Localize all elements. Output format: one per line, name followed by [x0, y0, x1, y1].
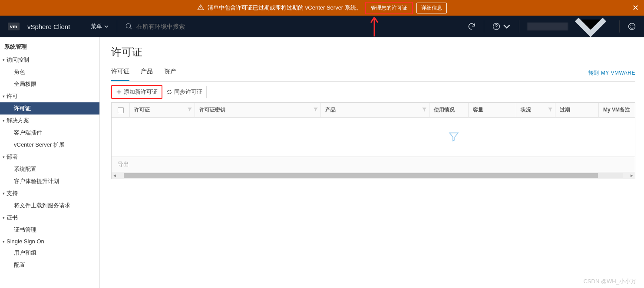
sidebar-group-deploy[interactable]: 部署	[0, 151, 99, 163]
manage-licenses-button[interactable]: 管理您的许可证	[365, 2, 413, 14]
search-input[interactable]	[136, 23, 267, 30]
table-header: 许可证 许可证密钥 产品 使用情况 容量 状况 过期 My VM备注	[112, 103, 635, 118]
filter-icon[interactable]	[314, 107, 318, 113]
sidebar-group-cert[interactable]: 证书	[0, 212, 99, 224]
menu-dropdown[interactable]: 菜单	[91, 23, 109, 30]
tab-products[interactable]: 产品	[141, 65, 153, 81]
search-icon	[125, 23, 133, 30]
filter-icon[interactable]	[422, 107, 426, 113]
app-header: vm vSphere Client 菜单	[0, 16, 644, 37]
scroll-track[interactable]	[124, 173, 623, 178]
sidebar-item-client-plugins[interactable]: 客户端插件	[0, 127, 99, 139]
svg-point-0	[126, 23, 131, 28]
sidebar-item-global-perm[interactable]: 全局权限	[0, 78, 99, 90]
col-status[interactable]: 状况	[516, 103, 555, 117]
select-all-cell[interactable]	[112, 103, 130, 117]
vmware-logo: vm	[8, 23, 20, 30]
col-note[interactable]: My VM备注	[599, 103, 635, 117]
scroll-left-arrow[interactable]: ◄	[112, 173, 118, 178]
watermark: CSDN @WH_小小万	[583, 278, 636, 285]
global-search[interactable]	[125, 23, 299, 30]
sidebar-item-users-groups[interactable]: 用户和组	[0, 247, 99, 259]
svg-point-3	[631, 26, 631, 26]
details-button[interactable]: 详细信息	[416, 3, 447, 13]
main-content: 许可证 许可证 产品 资产 转到 MY VMWARE 添加新许可证 同步许可证 …	[100, 37, 644, 288]
filter-icon[interactable]	[188, 107, 192, 113]
chevron-down-icon	[502, 22, 511, 31]
divider	[484, 20, 484, 33]
smiley-button[interactable]	[627, 22, 636, 31]
license-table: 许可证 许可证密钥 产品 使用情况 容量 状况 过期 My VM备注 导出 ◄	[111, 102, 635, 179]
sidebar-heading: 系统管理	[0, 40, 99, 54]
close-warning-button[interactable]: ✕	[632, 3, 639, 13]
sidebar-item-upload-sr[interactable]: 将文件上载到服务请求	[0, 200, 99, 212]
scroll-thumb[interactable]	[124, 173, 598, 178]
sync-licenses-button[interactable]: 同步许可证	[162, 86, 207, 98]
tab-assets[interactable]: 资产	[164, 65, 176, 81]
sidebar-item-cert-mgmt[interactable]: 证书管理	[0, 224, 99, 236]
col-capacity[interactable]: 容量	[469, 103, 516, 117]
sidebar-item-sso-config[interactable]: 配置	[0, 259, 99, 271]
col-expire[interactable]: 过期	[555, 103, 599, 117]
goto-my-vmware-link[interactable]: 转到 MY VMWARE	[588, 69, 635, 77]
col-license-key[interactable]: 许可证密钥	[195, 103, 321, 117]
help-button[interactable]	[492, 22, 511, 31]
checkbox-icon[interactable]	[118, 107, 124, 113]
sync-icon	[166, 89, 172, 95]
filter-icon[interactable]	[548, 107, 552, 113]
sidebar-group-licensing[interactable]: 许可	[0, 90, 99, 102]
svg-point-4	[633, 26, 633, 26]
divider	[619, 20, 620, 33]
plus-icon	[116, 89, 122, 95]
help-icon	[492, 22, 501, 31]
table-footer: 导出	[112, 157, 635, 172]
sidebar-item-vcenter-ext[interactable]: vCenter Server 扩展	[0, 139, 99, 151]
menu-label: 菜单	[91, 23, 102, 30]
sidebar-item-roles[interactable]: 角色	[0, 66, 99, 78]
sidebar-item-ceip[interactable]: 客户体验提升计划	[0, 175, 99, 187]
add-new-license-button[interactable]: 添加新许可证	[111, 85, 162, 99]
sync-label: 同步许可证	[174, 88, 202, 96]
tab-licenses[interactable]: 许可证	[111, 65, 129, 81]
sidebar-group-solutions[interactable]: 解决方案	[0, 115, 99, 127]
svg-point-2	[629, 23, 635, 30]
toolbar: 添加新许可证 同步许可证	[111, 85, 635, 99]
sidebar-item-sys-config[interactable]: 系统配置	[0, 163, 99, 175]
scroll-right-arrow[interactable]: ►	[629, 173, 635, 178]
export-link[interactable]: 导出	[118, 161, 129, 167]
warning-icon	[197, 4, 204, 12]
sidebar-group-sso[interactable]: Single Sign On	[0, 236, 99, 247]
refresh-button[interactable]	[467, 22, 476, 31]
app-brand: vSphere Client	[27, 23, 70, 30]
license-warning-banner: 清单中包含许可证已过期或即将过期的 vCenter Server 系统。 管理您…	[0, 0, 644, 16]
table-body-empty	[112, 118, 635, 157]
empty-funnel-icon	[448, 131, 459, 144]
col-usage[interactable]: 使用情况	[429, 103, 469, 117]
smiley-icon	[627, 22, 636, 31]
warning-text: 清单中包含许可证已过期或即将过期的 vCenter Server 系统。	[208, 4, 362, 12]
refresh-icon	[467, 22, 476, 31]
col-license[interactable]: 许可证	[130, 103, 195, 117]
sidebar-item-licenses[interactable]: 许可证	[0, 102, 99, 115]
sidebar-group-support[interactable]: 支持	[0, 187, 99, 200]
tab-bar: 许可证 产品 资产 转到 MY VMWARE	[111, 65, 635, 82]
sidebar-group-access[interactable]: 访问控制	[0, 54, 99, 66]
user-name-redacted	[527, 23, 568, 30]
page-title: 许可证	[111, 45, 635, 59]
chevron-down-icon	[104, 24, 109, 29]
divider	[519, 20, 519, 33]
admin-sidebar: 系统管理 访问控制 角色 全局权限 许可 许可证 解决方案 客户端插件 vCen…	[0, 37, 100, 288]
horizontal-scrollbar[interactable]: ◄ ►	[112, 172, 635, 179]
col-product[interactable]: 产品	[321, 103, 429, 117]
add-label: 添加新许可证	[124, 88, 158, 96]
divider	[117, 20, 117, 33]
